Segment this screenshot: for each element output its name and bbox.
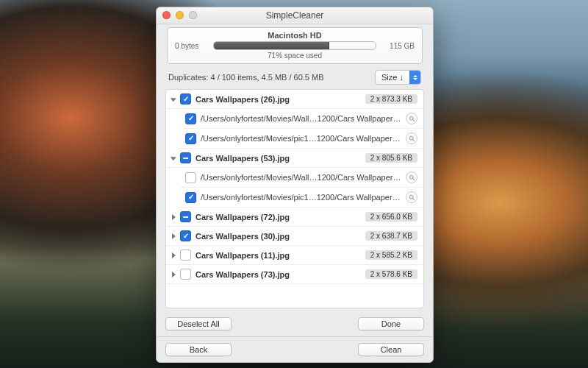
disclosure-triangle-icon[interactable] <box>171 157 176 160</box>
zoom-window-icon[interactable] <box>189 11 197 19</box>
reveal-in-finder-icon[interactable] <box>406 113 417 124</box>
group-checkbox[interactable] <box>180 152 191 163</box>
group-name: Cars Wallpapers (72).jpg <box>196 213 361 222</box>
clean-button[interactable]: Clean <box>358 343 424 356</box>
window-title: SimpleCleaner <box>266 10 324 21</box>
disk-name: Macintosh HD <box>175 31 415 40</box>
group-size-badge: 2 x 873.3 KB <box>365 94 417 104</box>
list-buttons-row: Deselect All Done <box>157 313 433 336</box>
disk-min-label: 0 bytes <box>175 42 207 50</box>
group-name: Cars Wallpapers (26).jpg <box>196 95 361 104</box>
duplicates-list[interactable]: Cars Wallpapers (26).jpg2 x 873.3 KB/Use… <box>165 89 424 308</box>
reveal-in-finder-icon[interactable] <box>406 191 417 203</box>
app-window: SimpleCleaner Macintosh HD 0 bytes 115 G… <box>156 7 434 363</box>
file-path: /Users/onlyfortest/Movies/Wall…1200/Cars… <box>201 114 401 123</box>
disclosure-triangle-icon[interactable] <box>171 98 176 102</box>
disk-usage-panel: Macintosh HD 0 bytes 115 GB 71% space us… <box>167 27 423 64</box>
group-checkbox[interactable] <box>180 230 191 241</box>
file-checkbox[interactable] <box>185 172 196 183</box>
svg-line-5 <box>412 178 414 180</box>
duplicates-summary: Duplicates: 4 / 100 items, 4.5 MB / 60.5… <box>168 73 324 82</box>
group-name: Cars Wallpapers (53).jpg <box>196 154 361 163</box>
group-checkbox[interactable] <box>180 269 191 280</box>
titlebar[interactable]: SimpleCleaner <box>157 7 433 24</box>
done-button[interactable]: Done <box>358 317 424 330</box>
group-name: Cars Wallpapers (11).jpg <box>196 251 361 260</box>
duplicate-group-header[interactable]: Cars Wallpapers (30).jpg2 x 638.7 KB <box>166 227 423 246</box>
duplicate-file-row[interactable]: /Users/onlyfortest/Movies/pic1…1200/Cars… <box>179 188 423 208</box>
info-row: Duplicates: 4 / 100 items, 4.5 MB / 60.5… <box>157 64 433 89</box>
duplicate-file-row[interactable]: /Users/onlyfortest/Movies/Wall…1200/Cars… <box>179 168 423 188</box>
svg-line-3 <box>412 139 414 141</box>
group-name: Cars Wallpapers (73).jpg <box>196 270 361 279</box>
sort-popup[interactable]: Size ↓ <box>375 70 421 85</box>
popup-stepper-icon <box>409 71 420 84</box>
group-size-badge: 2 x 585.2 KB <box>365 250 417 260</box>
reveal-in-finder-icon[interactable] <box>406 171 417 183</box>
disk-usage-bar <box>213 41 376 50</box>
group-checkbox[interactable] <box>180 93 191 105</box>
sort-popup-label: Size ↓ <box>376 73 409 82</box>
duplicate-group-header[interactable]: Cars Wallpapers (73).jpg2 x 578.6 KB <box>166 265 423 284</box>
file-path: /Users/onlyfortest/Movies/pic1…1200/Cars… <box>201 134 401 143</box>
group-size-badge: 2 x 578.6 KB <box>365 269 417 279</box>
deselect-all-button[interactable]: Deselect All <box>165 317 232 330</box>
file-checkbox[interactable] <box>185 192 196 203</box>
disk-usage-fill <box>214 42 329 49</box>
disk-max-label: 115 GB <box>382 42 415 50</box>
traffic-lights <box>162 11 197 19</box>
footer-buttons-row: Back Clean <box>157 336 433 362</box>
reveal-in-finder-icon[interactable] <box>406 132 417 144</box>
disclosure-triangle-icon[interactable] <box>172 233 176 239</box>
minimize-window-icon[interactable] <box>176 11 184 19</box>
group-size-badge: 2 x 638.7 KB <box>365 231 417 241</box>
close-window-icon[interactable] <box>162 11 171 19</box>
duplicate-group-header[interactable]: Cars Wallpapers (11).jpg2 x 585.2 KB <box>166 246 423 265</box>
file-path: /Users/onlyfortest/Movies/Wall…1200/Cars… <box>201 173 401 182</box>
duplicate-group-header[interactable]: Cars Wallpapers (26).jpg2 x 873.3 KB <box>166 90 423 109</box>
svg-line-1 <box>412 119 414 121</box>
group-size-badge: 2 x 656.0 KB <box>365 212 417 222</box>
duplicate-file-row[interactable]: /Users/onlyfortest/Movies/pic1…1200/Cars… <box>179 129 423 149</box>
duplicate-file-row[interactable]: /Users/onlyfortest/Movies/Wall…1200/Cars… <box>179 109 423 129</box>
file-path: /Users/onlyfortest/Movies/pic1…1200/Cars… <box>201 193 401 202</box>
file-checkbox[interactable] <box>185 113 196 124</box>
disk-usage-text: 71% space used <box>175 52 415 60</box>
disclosure-triangle-icon[interactable] <box>172 272 176 277</box>
file-checkbox[interactable] <box>185 133 196 144</box>
group-checkbox[interactable] <box>180 211 191 222</box>
duplicate-group-header[interactable]: Cars Wallpapers (53).jpg2 x 805.6 KB <box>166 149 423 168</box>
disclosure-triangle-icon[interactable] <box>172 252 176 258</box>
svg-line-7 <box>412 198 414 199</box>
group-checkbox[interactable] <box>180 250 191 261</box>
disclosure-triangle-icon[interactable] <box>172 214 176 220</box>
duplicate-group-header[interactable]: Cars Wallpapers (72).jpg2 x 656.0 KB <box>166 208 423 227</box>
group-size-badge: 2 x 805.6 KB <box>365 153 417 163</box>
group-name: Cars Wallpapers (30).jpg <box>196 232 361 241</box>
back-button[interactable]: Back <box>165 343 232 356</box>
